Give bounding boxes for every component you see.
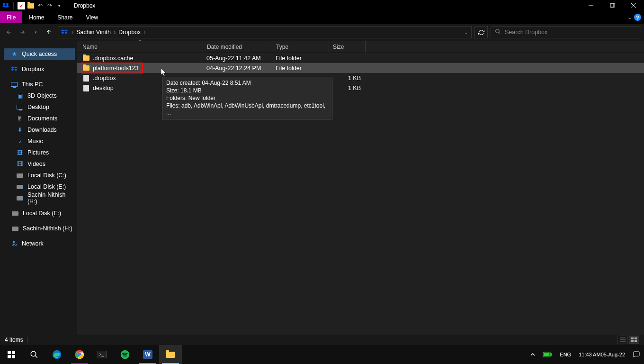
sidebar-item-label: Downloads <box>27 127 57 133</box>
svg-rect-14 <box>8 351 11 354</box>
cube-icon: ▣ <box>16 92 24 100</box>
sidebar-item-dropbox[interactable]: Dropbox <box>0 64 77 75</box>
file-type: File folder <box>272 65 329 72</box>
tray-notifications-icon[interactable] <box>629 345 644 364</box>
maximize-button[interactable] <box>601 0 623 11</box>
breadcrumb-history-icon[interactable]: ⌵ <box>465 30 467 35</box>
file-size: 1 KB <box>329 85 366 91</box>
sidebar-item-label: Local Disk (E:) <box>27 183 66 190</box>
status-bar: 4 items <box>0 335 644 345</box>
sidebar-item-label: Pictures <box>27 149 49 156</box>
ribbon-tabs: File Home Share View ⌵ ? <box>0 11 644 24</box>
sidebar-item-downloads[interactable]: ⬇Downloads <box>0 124 77 136</box>
taskbar-search-button[interactable] <box>23 345 45 364</box>
sidebar-item-label: Local Disk (C:) <box>27 172 66 179</box>
search-input[interactable] <box>505 29 637 36</box>
svg-point-18 <box>31 351 36 356</box>
sidebar-item-this-pc[interactable]: This PC <box>0 79 77 90</box>
svg-rect-13 <box>635 340 637 342</box>
sidebar-item-local-disk-e-2[interactable]: Local Disk (E:) <box>0 208 77 219</box>
sidebar-item-3d-objects[interactable]: ▣3D Objects <box>0 90 77 101</box>
help-icon[interactable]: ? <box>634 14 641 21</box>
breadcrumb[interactable]: › Sachin Vinith › Dropbox › ⌵ <box>58 26 472 38</box>
sidebar-item-documents[interactable]: 🗎Documents <box>0 113 77 124</box>
title-bar: ✔ ↶ ↷ ▾ Dropbox <box>0 0 644 11</box>
sidebar-item-local-disk-c[interactable]: Local Disk (C:) <box>0 170 77 181</box>
svg-line-19 <box>35 355 37 358</box>
chevron-right-icon[interactable]: › <box>71 29 74 36</box>
taskbar: >_ W ENG 11:43 AM 05-Aug-22 <box>0 345 644 364</box>
column-headers: Name ⌃ Date modified Type Size <box>77 41 644 53</box>
sidebar-item-sachin-nithish-h[interactable]: Sachin-Nithish (H:) <box>0 192 77 204</box>
breadcrumb-item[interactable]: Sachin Vinith <box>74 29 113 36</box>
column-header-label: Name <box>82 44 98 50</box>
taskbar-spotify-icon[interactable] <box>114 345 136 364</box>
chevron-right-icon[interactable]: › <box>113 29 116 36</box>
minimize-button[interactable] <box>580 0 601 11</box>
chevron-right-icon[interactable]: › <box>143 29 146 36</box>
network-icon: 🖧 <box>10 240 18 247</box>
column-header-size[interactable]: Size <box>329 41 366 53</box>
tray-clock[interactable]: 11:43 AM 05-Aug-22 <box>575 345 629 364</box>
sidebar-item-music[interactable]: ♪Music <box>0 136 77 147</box>
sidebar-item-quick-access[interactable]: ★ Quick access <box>4 48 75 60</box>
sidebar-item-label: Documents <box>27 115 57 122</box>
address-bar-row: ▾ › Sachin Vinith › Dropbox › ⌵ <box>0 24 644 41</box>
qat-properties-icon[interactable]: ✔ <box>18 2 25 9</box>
sidebar-item-network[interactable]: 🖧Network <box>0 238 77 249</box>
sidebar-item-sachin-nithish-h-2[interactable]: Sachin-Nithish (H:) <box>0 223 77 234</box>
tray-language[interactable]: ENG <box>556 345 575 364</box>
recent-dropdown-icon[interactable]: ▾ <box>29 26 42 38</box>
column-header-name[interactable]: Name ⌃ <box>82 41 203 53</box>
view-thumbnails-button[interactable] <box>629 336 639 344</box>
sidebar-item-pictures[interactable]: 🖼Pictures <box>0 147 77 158</box>
documents-icon: 🗎 <box>16 115 24 122</box>
svg-rect-17 <box>12 355 15 358</box>
sidebar-item-local-disk-e[interactable]: Local Disk (E:) <box>0 181 77 192</box>
qat-redo-icon[interactable]: ↷ <box>46 2 54 9</box>
videos-icon: 🎞 <box>16 160 24 168</box>
sort-ascending-icon: ⌃ <box>138 39 142 44</box>
close-button[interactable] <box>623 0 644 11</box>
tab-home[interactable]: Home <box>22 11 51 23</box>
breadcrumb-item[interactable]: Dropbox <box>116 29 143 36</box>
tray-overflow-icon[interactable] <box>527 345 539 364</box>
qat-newfolder-icon[interactable] <box>27 2 35 9</box>
qat-dropdown-icon[interactable]: ▾ <box>55 2 63 9</box>
folder-icon <box>82 55 90 62</box>
view-details-button[interactable] <box>617 336 628 344</box>
tab-file[interactable]: File <box>0 11 22 23</box>
download-icon: ⬇ <box>16 126 24 134</box>
taskbar-edge-icon[interactable] <box>45 345 68 364</box>
sidebar-item-desktop[interactable]: Desktop <box>0 101 77 113</box>
ribbon-collapse-icon[interactable]: ⌵ <box>628 15 631 20</box>
refresh-button[interactable] <box>474 26 488 38</box>
up-button[interactable] <box>43 26 55 38</box>
tab-view[interactable]: View <box>79 11 105 23</box>
file-row[interactable]: .dropbox.cache05-Aug-22 11:42 AMFile fol… <box>77 53 644 63</box>
column-header-type[interactable]: Type <box>272 41 329 53</box>
column-header-date[interactable]: Date modified <box>203 41 272 53</box>
sidebar-item-label: Dropbox <box>22 66 44 73</box>
tab-share[interactable]: Share <box>51 11 79 23</box>
start-button[interactable] <box>0 345 23 364</box>
file-name: desktop <box>93 85 114 91</box>
taskbar-explorer-icon[interactable] <box>159 345 182 364</box>
forward-button[interactable] <box>16 26 28 38</box>
taskbar-word-icon[interactable]: W <box>136 345 159 364</box>
star-icon: ★ <box>10 50 18 58</box>
sidebar-item-videos[interactable]: 🎞Videos <box>0 158 77 170</box>
taskbar-terminal-icon[interactable]: >_ <box>91 345 114 364</box>
sidebar-item-label: Videos <box>27 161 45 167</box>
taskbar-chrome-icon[interactable] <box>68 345 91 364</box>
search-box[interactable] <box>491 26 641 38</box>
qat-undo-icon[interactable]: ↶ <box>36 2 44 9</box>
svg-rect-2 <box>611 3 615 7</box>
back-button[interactable] <box>3 26 15 38</box>
file-row[interactable]: platform-tools12304-Aug-22 12:24 PMFile … <box>77 63 644 73</box>
svg-point-5 <box>496 29 500 33</box>
search-icon <box>495 28 501 36</box>
tray-battery-icon[interactable] <box>539 345 556 364</box>
file-list-area: Name ⌃ Date modified Type Size .dropbox.… <box>77 41 644 335</box>
drive-icon <box>11 209 19 217</box>
